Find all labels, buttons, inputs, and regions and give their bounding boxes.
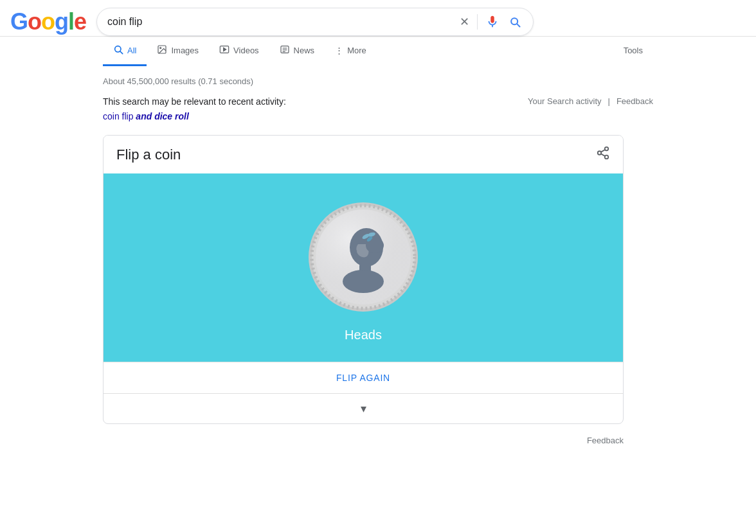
nav-tabs: All Images Videos News ⋮ More Tools bbox=[0, 37, 756, 66]
svg-line-13 bbox=[601, 154, 605, 156]
content-area: About 45,500,000 results (0.71 seconds) … bbox=[0, 66, 756, 466]
feedback-link-top[interactable]: Feedback bbox=[616, 96, 653, 106]
clear-button[interactable]: ✕ bbox=[458, 13, 471, 30]
logo-g: G bbox=[10, 8, 28, 35]
expand-row[interactable]: ▾ bbox=[104, 393, 623, 423]
svg-marker-5 bbox=[224, 48, 226, 51]
header: Google coin flip ✕ bbox=[0, 0, 756, 37]
coin-svg bbox=[305, 199, 421, 315]
tab-tools-label: Tools bbox=[624, 46, 643, 55]
microphone-button[interactable] bbox=[484, 13, 501, 30]
coin-image bbox=[305, 199, 421, 317]
svg-line-14 bbox=[601, 150, 605, 152]
coin-display-area[interactable]: Heads bbox=[104, 173, 623, 362]
search-input[interactable]: coin flip bbox=[107, 16, 452, 28]
search-icon bbox=[509, 15, 521, 28]
tab-all[interactable]: All bbox=[103, 37, 147, 66]
more-tab-icon: ⋮ bbox=[335, 46, 343, 55]
images-tab-icon bbox=[157, 44, 167, 57]
bottom-feedback-area: Feedback bbox=[103, 424, 624, 456]
logo-o1: o bbox=[28, 8, 41, 35]
search-bar-icons: ✕ bbox=[458, 13, 523, 30]
tab-images-label: Images bbox=[171, 46, 199, 55]
search-bar: coin flip ✕ bbox=[96, 8, 534, 36]
tab-news[interactable]: News bbox=[269, 37, 325, 66]
chevron-down-icon: ▾ bbox=[361, 402, 366, 416]
news-tab-icon bbox=[280, 44, 290, 57]
tab-all-label: All bbox=[127, 46, 136, 55]
svg-line-1 bbox=[120, 51, 123, 54]
activity-link-prefix: coin flip bbox=[103, 111, 136, 121]
tab-more[interactable]: ⋮ More bbox=[325, 38, 377, 65]
coin-flip-card: Flip a coin bbox=[103, 135, 624, 424]
activity-link-bold: and dice roll bbox=[136, 111, 188, 121]
meta-divider: | bbox=[608, 96, 610, 106]
your-search-activity-link[interactable]: Your Search activity bbox=[528, 96, 601, 106]
activity-meta: Your Search activity | Feedback bbox=[528, 96, 653, 106]
search-divider bbox=[477, 14, 478, 30]
tab-images[interactable]: Images bbox=[147, 37, 209, 66]
search-button[interactable] bbox=[507, 14, 523, 30]
microphone-icon bbox=[485, 15, 500, 29]
tab-news-label: News bbox=[294, 46, 315, 55]
bottom-feedback-link[interactable]: Feedback bbox=[587, 436, 624, 445]
logo-l: l bbox=[68, 8, 74, 35]
logo-o2: o bbox=[41, 8, 55, 35]
flip-again-button[interactable]: FLIP AGAIN bbox=[336, 373, 390, 383]
logo-g2: g bbox=[55, 8, 68, 35]
tab-tools[interactable]: Tools bbox=[613, 38, 653, 65]
flip-again-row[interactable]: FLIP AGAIN bbox=[104, 362, 623, 393]
coin-result-text: Heads bbox=[345, 328, 382, 342]
coin-card-header: Flip a coin bbox=[104, 136, 623, 173]
coin-card-title: Flip a coin bbox=[116, 146, 181, 163]
tab-more-label: More bbox=[347, 46, 366, 55]
svg-point-21 bbox=[343, 270, 384, 293]
activity-link[interactable]: coin flip and dice roll bbox=[103, 111, 189, 121]
logo-e: e bbox=[74, 8, 86, 35]
google-logo: Google bbox=[10, 8, 86, 35]
svg-point-3 bbox=[160, 48, 161, 49]
all-tab-icon bbox=[113, 44, 123, 57]
tab-videos[interactable]: Videos bbox=[209, 37, 269, 66]
share-button[interactable] bbox=[596, 146, 610, 163]
share-icon bbox=[596, 146, 610, 160]
activity-section: Your Search activity | Feedback This sea… bbox=[103, 96, 653, 122]
results-info: About 45,500,000 results (0.71 seconds) bbox=[103, 76, 653, 86]
videos-tab-icon bbox=[219, 44, 230, 57]
tab-videos-label: Videos bbox=[233, 46, 259, 55]
